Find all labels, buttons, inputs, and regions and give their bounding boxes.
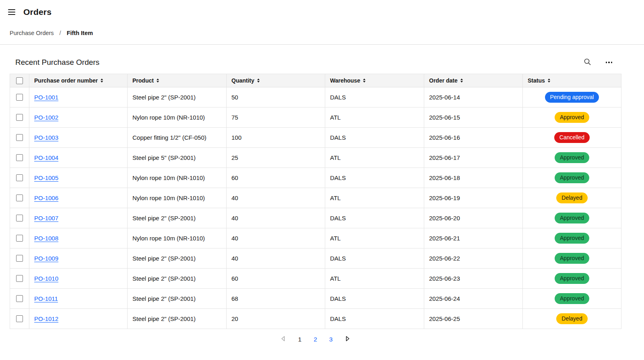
status-badge: Approved: [555, 293, 589, 304]
status-cell: Approved: [523, 269, 621, 289]
row-checkbox[interactable]: [16, 114, 23, 121]
warehouse-cell: DALS: [325, 87, 424, 108]
row-checkbox[interactable]: [16, 255, 23, 262]
pagination: 1 2 3: [10, 335, 621, 343]
table-row: PO-1011 Steel pipe 2" (SP-2001) 68 DALS …: [10, 289, 621, 309]
status-badge: Approved: [555, 172, 589, 183]
row-checkbox[interactable]: [16, 275, 23, 282]
warehouse-cell: ATL: [325, 269, 424, 289]
warehouse-cell: DALS: [325, 248, 424, 269]
row-checkbox[interactable]: [16, 295, 23, 302]
po-number-link[interactable]: PO-1004: [34, 154, 58, 161]
column-header-order-date[interactable]: Order date: [424, 74, 523, 87]
po-number-link[interactable]: PO-1011: [34, 295, 58, 302]
product-cell: Copper fitting 1/2" (CF-050): [128, 128, 227, 148]
chevron-left-icon: [280, 335, 286, 343]
row-checkbox[interactable]: [16, 215, 23, 221]
po-number-link[interactable]: PO-1010: [34, 275, 58, 282]
row-checkbox-cell: [10, 208, 29, 228]
po-number-link[interactable]: PO-1008: [34, 235, 58, 242]
po-number-cell: PO-1011: [29, 289, 128, 309]
status-cell: Approved: [523, 148, 621, 168]
po-number-link[interactable]: PO-1002: [34, 114, 58, 121]
sort-icon: [101, 79, 103, 83]
product-cell: Nylon rope 10m (NR-1010): [128, 108, 227, 128]
row-checkbox[interactable]: [16, 194, 23, 201]
quantity-cell: 100: [227, 128, 325, 148]
hamburger-menu-icon[interactable]: [8, 9, 15, 15]
breadcrumb-purchase-orders[interactable]: Purchase Orders: [10, 30, 54, 36]
pagination-prev-button[interactable]: [280, 335, 286, 343]
pagination-page-2[interactable]: 2: [314, 336, 317, 343]
search-button[interactable]: [582, 56, 593, 68]
row-checkbox[interactable]: [16, 315, 23, 322]
sort-icon: [257, 79, 260, 83]
row-checkbox[interactable]: [16, 134, 23, 141]
row-checkbox[interactable]: [16, 154, 23, 161]
po-number-link[interactable]: PO-1005: [34, 174, 58, 181]
pagination-page-1[interactable]: 1: [298, 336, 302, 343]
status-badge: Approved: [555, 273, 589, 284]
product-cell: Steel pipe 2" (SP-2001): [128, 269, 227, 289]
status-badge: Approved: [555, 253, 589, 264]
select-all-header-cell: [10, 74, 29, 87]
quantity-cell: 40: [227, 188, 325, 208]
order-date-cell: 2025-06-17: [424, 148, 523, 168]
row-checkbox[interactable]: [16, 94, 23, 101]
order-date-cell: 2025-06-16: [424, 128, 523, 148]
status-badge: Approved: [555, 152, 589, 163]
table-row: PO-1008 Nylon rope 10m (NR-1010) 40 ATL …: [10, 228, 621, 248]
po-number-link[interactable]: PO-1003: [34, 134, 58, 141]
po-number-link[interactable]: PO-1001: [34, 94, 58, 101]
status-cell: Approved: [523, 289, 621, 309]
row-checkbox[interactable]: [16, 235, 23, 242]
quantity-cell: 40: [227, 228, 325, 248]
po-number-cell: PO-1004: [29, 148, 128, 168]
status-badge: Delayed: [556, 313, 587, 324]
quantity-cell: 75: [227, 108, 325, 128]
pagination-page-3[interactable]: 3: [329, 336, 333, 343]
order-date-cell: 2025-06-19: [424, 188, 523, 208]
row-checkbox[interactable]: [16, 174, 23, 181]
column-header-quantity[interactable]: Quantity: [227, 74, 325, 87]
warehouse-cell: ATL: [325, 108, 424, 128]
status-cell: Cancelled: [523, 128, 621, 148]
quantity-cell: 25: [227, 148, 325, 168]
po-number-cell: PO-1012: [29, 309, 128, 329]
column-header-warehouse[interactable]: Warehouse: [325, 74, 424, 87]
table-row: PO-1006 Nylon rope 10m (NR-1010) 40 ATL …: [10, 188, 621, 208]
table-row: PO-1009 Steel pipe 2" (SP-2001) 40 DALS …: [10, 248, 621, 269]
row-checkbox-cell: [10, 248, 29, 269]
order-date-cell: 2025-06-20: [424, 208, 523, 228]
po-number-link[interactable]: PO-1009: [34, 255, 58, 262]
section-actions: [582, 56, 621, 68]
row-checkbox-cell: [10, 289, 29, 309]
product-cell: Nylon rope 10m (NR-1010): [128, 188, 227, 208]
overflow-menu-button[interactable]: [604, 60, 614, 65]
po-number-cell: PO-1002: [29, 108, 128, 128]
table-row: PO-1004 Steel pipe 5" (SP-2001) 25 ATL 2…: [10, 148, 621, 168]
status-cell: Delayed: [523, 309, 621, 329]
po-number-cell: PO-1003: [29, 128, 128, 148]
status-cell: Approved: [523, 248, 621, 269]
select-all-checkbox[interactable]: [16, 77, 23, 84]
row-checkbox-cell: [10, 228, 29, 248]
warehouse-cell: ATL: [325, 188, 424, 208]
column-header-po-number[interactable]: Purchase order number: [29, 74, 128, 87]
quantity-cell: 40: [227, 208, 325, 228]
row-checkbox-cell: [10, 269, 29, 289]
row-checkbox-cell: [10, 128, 29, 148]
po-number-link[interactable]: PO-1006: [34, 194, 58, 201]
breadcrumb: Purchase Orders / Fifth Item: [10, 29, 644, 37]
column-header-status[interactable]: Status: [523, 74, 621, 87]
product-cell: Steel pipe 2" (SP-2001): [128, 208, 227, 228]
pagination-next-button[interactable]: [345, 335, 351, 343]
row-checkbox-cell: [10, 108, 29, 128]
po-number-link[interactable]: PO-1007: [34, 215, 58, 221]
column-header-product[interactable]: Product: [128, 74, 227, 87]
row-checkbox-cell: [10, 148, 29, 168]
po-number-link[interactable]: PO-1012: [34, 315, 58, 322]
product-cell: Nylon rope 10m (NR-1010): [128, 168, 227, 188]
sort-icon: [460, 79, 463, 83]
section-header: Recent Purchase Orders: [10, 56, 621, 69]
